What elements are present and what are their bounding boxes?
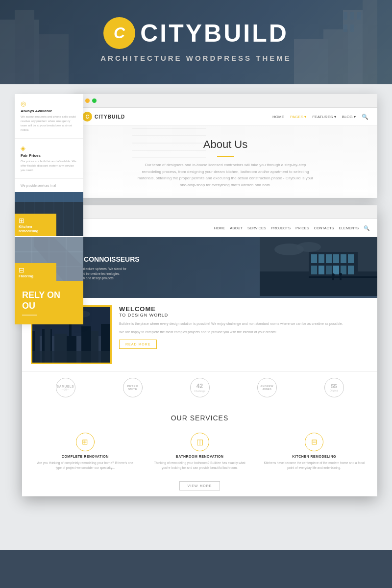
page-root: C CITYBUILD ARCHITECTURE WORDPRESS THEME: [0, 0, 392, 550]
panel-available: ◎ Always Available We accept requests an…: [15, 94, 83, 139]
partners-row: SAMUELS —30— PETER SMITH 42 Challenge: [22, 371, 377, 405]
prices-desc: Our prices are both fair and affordable.…: [21, 159, 77, 172]
our-services-title: OUR SERVICES: [31, 414, 368, 422]
svg-rect-28: [311, 266, 317, 274]
svg-point-37: [339, 273, 342, 276]
svg-rect-1: [363, 0, 377, 84]
svg-rect-27: [348, 254, 354, 263]
flooring-label: Flooring: [19, 274, 52, 278]
search-icon-2[interactable]: 🔍: [364, 225, 369, 231]
hero-banner-image: [260, 237, 377, 298]
flooring-icon: ⊟: [19, 266, 52, 274]
welcome-text1: Buildee is the place where every design …: [119, 321, 343, 326]
service-title-kitchen: KITCHEN REMODELING: [264, 455, 365, 458]
flooring-card: ⊟ Flooring: [15, 237, 83, 281]
nav-about-2[interactable]: ABOUT: [230, 226, 243, 230]
service-card-bathroom: ◫ BATHROOM RENOVATION Thinking of remode…: [146, 429, 254, 474]
rely-banner: Rely on ou: [15, 281, 83, 324]
available-desc: We accept requests and phone calls could…: [21, 115, 77, 132]
svg-rect-54: [32, 351, 112, 364]
building-svg: [260, 237, 377, 296]
nav-features-1[interactable]: FEATURES ▾: [312, 115, 336, 119]
service-desc-kitchen: Kitchens have become the centerpiece of …: [264, 461, 365, 470]
service-desc-bathroom: Thinking of remodeling your bathroom? Bu…: [149, 461, 250, 470]
browser-dot-green: [92, 98, 97, 103]
svg-rect-6: [357, 12, 361, 20]
browser-dot-yellow: [85, 98, 90, 103]
svg-rect-23: [318, 254, 324, 263]
service-desc-renovation: Are you thinking of completely remodelin…: [35, 461, 136, 470]
hero-subtitle: ARCHITECTURE WORDPRESS THEME: [10, 54, 382, 62]
service-card-kitchen: ⊟ KITCHEN REMODELING Kitchens have becom…: [260, 429, 368, 474]
svg-rect-32: [341, 266, 346, 274]
read-more-button[interactable]: READ MORE: [119, 340, 157, 349]
about-underline: [217, 156, 234, 157]
nav-home-2[interactable]: HOME: [214, 226, 225, 230]
brand-logo-circle: C: [103, 17, 135, 49]
nav-pages-1[interactable]: PAGES ▾: [290, 115, 306, 119]
welcome-subtitle: TO DESIGN WORLD: [119, 313, 343, 318]
nav-blog-1[interactable]: BLOG ▾: [342, 115, 356, 119]
nav-prices-2[interactable]: PRICES: [295, 226, 309, 230]
service-icon-bathroom: ◫: [191, 433, 209, 451]
rely-title: Rely on ou: [22, 290, 76, 311]
partner-andrewjones: ANDREW JONES: [257, 378, 277, 399]
service-title-renovation: COMPLETE RENOVATION: [35, 455, 136, 458]
partner-42: 42 Challenge: [190, 378, 210, 399]
kitchen-label: Kitchen remodeling: [19, 224, 52, 233]
svg-rect-26: [341, 254, 346, 263]
nav-home-1[interactable]: HOME: [272, 115, 284, 119]
svg-rect-4: [343, 12, 347, 20]
partner-original: 55 Original: [324, 378, 344, 399]
our-services-section: OUR SERVICES ⊞ COMPLETE RENOVATION Are y…: [22, 405, 377, 496]
partner-samuels: SAMUELS —30—: [56, 378, 75, 399]
welcome-text2: We are happy to complete the most comple…: [119, 329, 343, 335]
services-grid: ⊞ COMPLETE RENOVATION Are you thinking o…: [31, 429, 368, 474]
svg-point-35: [332, 273, 335, 276]
svg-rect-8: [350, 24, 354, 32]
prices-icon: ◈: [21, 145, 77, 152]
view-more-button[interactable]: VIEW MORE: [179, 481, 220, 490]
svg-rect-36: [332, 276, 334, 280]
svg-rect-22: [311, 254, 317, 263]
svg-rect-24: [326, 254, 332, 263]
nav-logo-text-1: CITYBUILD: [95, 114, 125, 120]
site-nav-1: C CITYBUILD HOME PAGES ▾ FEATURES ▾ BLOG…: [74, 108, 377, 126]
welcome-text-content: WELCOME TO DESIGN WORLD Buildee is the p…: [119, 305, 343, 348]
svg-rect-5: [350, 12, 354, 20]
nav-contacts-2[interactable]: CONTACTS: [314, 226, 334, 230]
brand-logo-wrapper: C CITYBUILD: [103, 17, 289, 49]
svg-rect-31: [333, 266, 339, 274]
available-title: Always Available: [21, 109, 77, 113]
partner-petersmith: PETER SMITH: [123, 378, 143, 399]
panel-services-text: We provide services in al: [15, 179, 83, 192]
nav-logo-circle-1: C: [82, 112, 92, 122]
available-icon: ◎: [21, 100, 77, 107]
browser-bar: [74, 94, 377, 108]
prices-title: Fair Prices: [21, 153, 77, 158]
about-content: About Us Our team of designers and in-ho…: [74, 126, 377, 198]
search-icon-1[interactable]: 🔍: [362, 114, 368, 120]
nav-elements-2[interactable]: ELEMENTS: [339, 226, 359, 230]
nav-services-2[interactable]: SERVICES: [247, 226, 266, 230]
svg-rect-38: [340, 276, 342, 280]
left-panels-overlay: ◎ Always Available We accept requests an…: [15, 94, 83, 324]
brand-name: CITYBUILD: [140, 19, 289, 48]
svg-rect-34: [309, 276, 377, 278]
rely-underline: [22, 315, 37, 316]
first-browser: C CITYBUILD HOME PAGES ▾ FEATURES ▾ BLOG…: [74, 94, 377, 198]
brand-logo-letter: C: [114, 24, 125, 42]
kitchen-card: ⊞ Kitchen remodeling: [15, 192, 83, 236]
nav-projects-2[interactable]: PROJECTS: [271, 226, 291, 230]
service-card-renovation: ⊞ COMPLETE RENOVATION Are you thinking o…: [31, 429, 140, 474]
svg-rect-25: [333, 254, 339, 263]
svg-rect-33: [348, 266, 354, 274]
svg-rect-7: [343, 24, 347, 32]
panel-prices: ◈ Fair Prices Our prices are both fair a…: [15, 139, 83, 179]
service-title-bathroom: BATHROOM RENOVATION: [149, 455, 250, 458]
services-text: We provide services in al: [21, 184, 77, 187]
svg-rect-29: [318, 266, 324, 274]
svg-rect-30: [326, 266, 332, 274]
kitchen-icon: ⊞: [19, 217, 52, 224]
svg-point-20: [296, 242, 321, 252]
